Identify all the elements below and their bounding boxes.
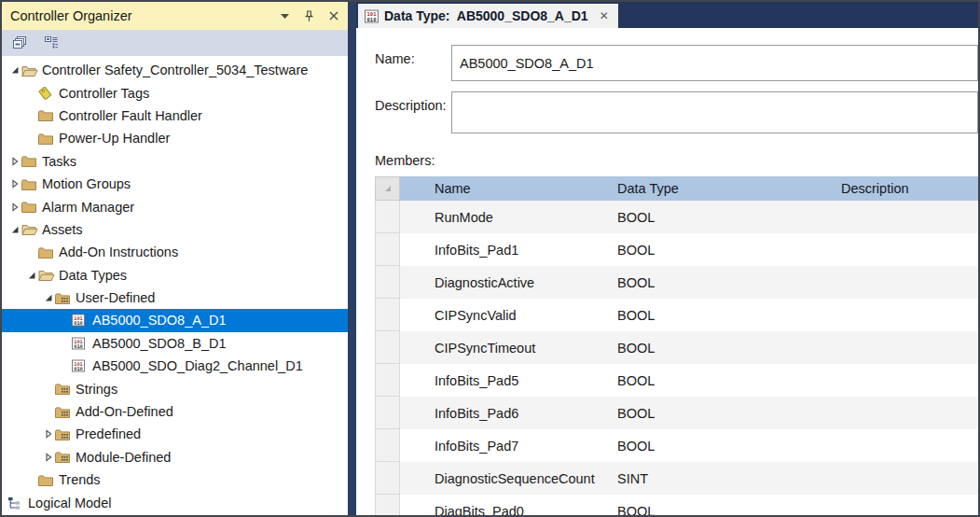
- collapsed-arrow-icon[interactable]: [41, 429, 55, 439]
- member-type-cell[interactable]: BOOL: [610, 331, 834, 364]
- tab-datatype[interactable]: 101010 Data Type: AB5000_SDO8_A_D1 ✕: [358, 4, 618, 28]
- tree-item-module-defined[interactable]: Module-Defined: [2, 446, 348, 468]
- tree-item-ab5000-sdo8-b-d1[interactable]: 101010AB5000_SDO8_B_D1: [2, 332, 348, 355]
- tree-item-label: Controller Safety_Controller_5034_Testwa…: [42, 63, 308, 77]
- row-selector[interactable]: [375, 266, 400, 299]
- collapsed-arrow-icon[interactable]: [7, 157, 21, 166]
- tree-item-add-on-instructions[interactable]: Add-On Instructions: [2, 241, 348, 263]
- tree-item-controller-fault-handler[interactable]: Controller Fault Handler: [2, 105, 348, 127]
- panel-splitter[interactable]: [348, 2, 356, 515]
- member-desc-cell[interactable]: [834, 201, 978, 233]
- document-tab-bar: 101010 Data Type: AB5000_SDO8_A_D1 ✕: [356, 2, 978, 28]
- member-desc-cell[interactable]: [834, 266, 978, 299]
- collapsed-arrow-icon[interactable]: [41, 453, 55, 462]
- row-selector[interactable]: [375, 495, 400, 515]
- organizer-toolbar: [2, 30, 348, 56]
- row-selector[interactable]: [375, 201, 400, 233]
- member-name-cell[interactable]: CIPSyncTimeout: [400, 331, 610, 364]
- tree-item-ab5000-sdo8-a-d1[interactable]: 101010AB5000_SDO8_A_D1: [2, 309, 348, 331]
- expanded-arrow-icon[interactable]: [24, 271, 38, 280]
- member-desc-cell[interactable]: [834, 429, 978, 462]
- tree-item-add-on-defined[interactable]: Add-On-Defined: [2, 400, 348, 423]
- collapse-all-icon[interactable]: [9, 33, 30, 53]
- member-desc-cell[interactable]: [834, 397, 978, 429]
- member-name-cell[interactable]: DiagnosticSequenceCount: [400, 462, 610, 495]
- tab-close-icon[interactable]: ✕: [600, 9, 609, 22]
- member-name-cell[interactable]: DiagnosticActive: [400, 266, 610, 299]
- svg-text:010: 010: [74, 366, 82, 371]
- tree-item-alarm-manager[interactable]: Alarm Manager: [2, 195, 348, 217]
- member-desc-cell[interactable]: [834, 331, 978, 364]
- member-name-cell[interactable]: InfoBits_Pad6: [400, 397, 610, 429]
- member-desc-cell[interactable]: [834, 364, 978, 397]
- tree-item-label: Tasks: [42, 154, 76, 169]
- window-position-chevron-icon[interactable]: [281, 14, 289, 19]
- tree-item-trends[interactable]: Trends: [2, 468, 348, 491]
- tree-item-controller-safety-controller-5034-testware[interactable]: Controller Safety_Controller_5034_Testwa…: [2, 59, 348, 81]
- member-desc-cell[interactable]: [834, 233, 978, 266]
- member-type-cell[interactable]: BOOL: [610, 266, 834, 299]
- collapsed-arrow-icon[interactable]: [7, 179, 21, 189]
- member-type-cell[interactable]: BOOL: [610, 299, 834, 331]
- expanded-arrow-icon[interactable]: [7, 65, 21, 75]
- member-name-cell[interactable]: CIPSyncValid: [400, 299, 610, 331]
- member-type-cell[interactable]: SINT: [610, 462, 834, 495]
- expanded-arrow-icon[interactable]: [41, 293, 55, 302]
- member-type-cell[interactable]: BOOL: [610, 364, 834, 397]
- name-label: Name:: [375, 45, 451, 81]
- pin-icon[interactable]: [304, 10, 314, 22]
- member-type-cell[interactable]: BOOL: [610, 201, 834, 233]
- datatype-editor: Name: Description: Members: Name Data Ty…: [356, 28, 978, 515]
- select-all-corner[interactable]: [375, 176, 400, 201]
- description-input[interactable]: [451, 91, 978, 133]
- logical-model-icon: [7, 496, 26, 510]
- expanded-arrow-icon[interactable]: [7, 225, 21, 234]
- tree-item-power-up-handler[interactable]: Power-Up Handler: [2, 127, 348, 149]
- row-selector[interactable]: [375, 331, 400, 364]
- panel-title-bar: Controller Organizer: [2, 2, 348, 30]
- collapsed-arrow-icon[interactable]: [7, 203, 21, 212]
- tree-item-strings[interactable]: Strings: [2, 377, 348, 399]
- tree-item-label: Add-On-Defined: [76, 404, 173, 419]
- member-name-cell[interactable]: InfoBits_Pad5: [400, 364, 610, 397]
- tree-item-controller-tags[interactable]: Controller Tags: [2, 81, 348, 104]
- tree-item-user-defined[interactable]: User-Defined: [2, 286, 348, 309]
- tree-item-predefined[interactable]: Predefined: [2, 423, 348, 445]
- member-name-cell[interactable]: RunMode: [400, 201, 610, 233]
- member-desc-cell[interactable]: [834, 495, 978, 515]
- close-icon[interactable]: [329, 11, 338, 21]
- svg-text:010: 010: [74, 343, 82, 349]
- tree-item-motion-groups[interactable]: Motion Groups: [2, 173, 348, 195]
- display-options-icon[interactable]: [41, 33, 62, 53]
- member-desc-cell[interactable]: [834, 462, 978, 495]
- tree-item-logical-model[interactable]: Logical Model: [2, 491, 348, 513]
- datatype-icon: 101010: [72, 313, 90, 328]
- member-type-cell[interactable]: BOOL: [610, 397, 834, 429]
- member-type-cell[interactable]: BOOL: [610, 495, 834, 515]
- row-selector[interactable]: [375, 299, 400, 331]
- member-row-diagnosticsequencecount: DiagnosticSequenceCountSINT: [375, 462, 978, 495]
- datatype-icon: 101010: [72, 336, 90, 351]
- row-selector[interactable]: [375, 429, 400, 462]
- member-name-cell[interactable]: InfoBits_Pad1: [400, 233, 610, 266]
- tree-item-data-types[interactable]: Data Types: [2, 264, 348, 286]
- controller-organizer-panel: Controller Organizer Controller Safety_C…: [2, 2, 348, 515]
- member-type-cell[interactable]: BOOL: [610, 429, 834, 462]
- tab-label: Data Type: AB5000_SDO8_A_D1: [384, 8, 588, 23]
- member-name-cell[interactable]: InfoBits_Pad7: [400, 429, 610, 462]
- tree-item-ab5000-sdo-diag2-channel-d1[interactable]: 101010AB5000_SDO_Diag2_Channel_D1: [2, 355, 348, 377]
- tree-item-assets[interactable]: Assets: [2, 218, 348, 241]
- member-name-cell[interactable]: DiagBits_Pad0: [400, 495, 610, 515]
- row-selector[interactable]: [375, 233, 400, 266]
- row-selector[interactable]: [375, 364, 400, 397]
- datatype-editor-panel: 101010 Data Type: AB5000_SDO8_A_D1 ✕ Nam…: [356, 2, 978, 515]
- member-type-cell[interactable]: BOOL: [610, 233, 834, 266]
- tree-item-tasks[interactable]: Tasks: [2, 150, 348, 173]
- folder-icon: [38, 108, 57, 123]
- row-selector[interactable]: [375, 462, 400, 495]
- members-table-header: Name Data Type Description: [375, 176, 978, 201]
- name-input[interactable]: [451, 45, 978, 81]
- member-desc-cell[interactable]: [834, 299, 978, 331]
- row-selector[interactable]: [375, 397, 400, 429]
- folder-icon: [38, 245, 57, 259]
